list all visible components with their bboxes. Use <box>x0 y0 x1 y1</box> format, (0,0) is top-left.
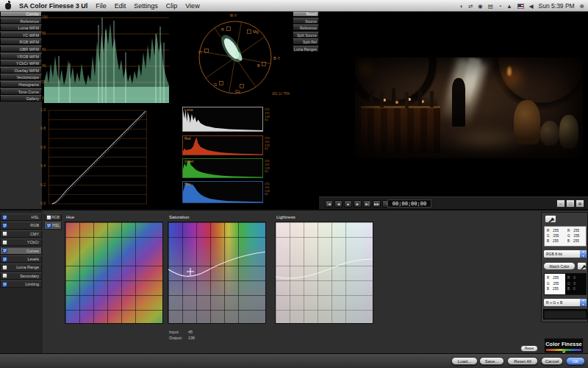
logo-rainbow-strip <box>546 349 581 351</box>
control-row-luma-range[interactable]: Luma Range <box>0 263 42 271</box>
mode-tab-hsl[interactable]: ✓ HSL <box>44 222 62 229</box>
load-button[interactable]: Load... <box>451 357 478 365</box>
sync-menu-icon[interactable]: ⇄ <box>468 3 473 10</box>
output-label: Output: <box>169 336 188 342</box>
reset-button[interactable]: Reset <box>520 345 538 352</box>
menu-settings[interactable]: Settings <box>134 2 158 10</box>
scope-tab-gbr-wfm[interactable]: GBR WFM <box>0 46 42 52</box>
input-language-flag-icon[interactable] <box>517 4 524 9</box>
tone-scale-1: 1.0 <box>35 108 46 112</box>
view-tab-list: Result Source Reference Split Source Spl… <box>293 10 319 53</box>
scope-tab-reference[interactable]: Reference <box>0 18 42 24</box>
control-row-secondary[interactable]: Secondary <box>0 272 42 280</box>
volume-menu-icon[interactable]: ◀ <box>529 3 534 10</box>
go-to-end-button[interactable]: ▶▶ <box>373 200 381 208</box>
scope-tab-gallery[interactable]: Gallery <box>0 95 42 102</box>
step-back-button[interactable]: ◀ <box>334 200 343 208</box>
color-format-select[interactable]: RGB 8-bit ▲▼ <box>543 250 587 258</box>
control-row-limiting[interactable]: ✓ Limiting <box>0 280 42 288</box>
tone-curve-scope <box>49 109 147 205</box>
view-tab-luma-ranges[interactable]: Luma Ranges <box>293 46 319 52</box>
scope-tab-histograms[interactable]: Histograms <box>0 81 42 88</box>
network-menu-icon[interactable]: ◉ <box>478 3 483 10</box>
cancel-button[interactable]: Cancel <box>541 357 563 365</box>
go-to-start-button[interactable]: |◀ <box>325 200 333 208</box>
luma-range-checkbox[interactable] <box>2 265 7 270</box>
color-finesse-window: SA Color Finesse 3 Ul File Edit Settings… <box>0 0 588 368</box>
scope-tab-ycbcr-wfm[interactable]: YCbCr WFM <box>0 60 42 66</box>
tone-scale-02: 0.2 <box>35 183 46 187</box>
menu-view[interactable]: View <box>185 2 199 10</box>
app-menu-title[interactable]: SA Color Finesse 3 Ul <box>19 2 87 10</box>
histogram-blue: Blue <box>182 181 263 203</box>
vectorscope-target-mg: Mg <box>253 29 259 34</box>
control-row-cmy[interactable]: CMY <box>0 230 42 238</box>
view-tab-reference[interactable]: Reference <box>293 24 319 31</box>
waveform-scale-80: 80 <box>42 32 51 35</box>
scope-tab-overlay-wfm[interactable]: Overlay WFM <box>0 67 42 74</box>
scope-tab-tone-curve[interactable]: Tone Curve <box>0 88 42 95</box>
zoom-out-button[interactable]: − <box>556 199 565 208</box>
color-swatches: R255 G255 B255 R0 G0 B0 <box>544 273 587 295</box>
saturation-curve-editor[interactable] <box>168 222 266 324</box>
mode-rgb-checkbox[interactable] <box>46 215 51 220</box>
control-row-curves[interactable]: ✓ Curves <box>0 247 42 255</box>
hsl-checkbox[interactable]: ✓ <box>2 215 7 220</box>
vectorscope-target-yl: Yl <box>198 50 201 54</box>
fit-view-button[interactable]: □ <box>566 199 575 208</box>
menu-file[interactable]: File <box>96 2 107 10</box>
stop-button[interactable]: ■ <box>344 200 352 208</box>
ycbcr-checkbox[interactable] <box>2 240 7 245</box>
control-row-ycbcr[interactable]: YCbCr <box>0 238 42 246</box>
play-button[interactable]: ▶ <box>354 200 362 208</box>
control-row-levels[interactable]: ✓ Levels <box>0 255 42 263</box>
secondary-checkbox[interactable] <box>2 273 7 278</box>
audio-menu-icon[interactable]: ◖ <box>459 3 463 10</box>
save-button[interactable]: Save... <box>479 357 504 365</box>
black-swatch[interactable]: R0 G0 B0 <box>565 274 586 294</box>
match-eyedropper-button[interactable] <box>577 262 587 270</box>
scope-tab-rgb-wfm[interactable]: RGB WFM <box>0 38 42 45</box>
white-swatch[interactable]: R255 G255 B255 <box>545 274 565 294</box>
mode-hsl-checkbox[interactable]: ✓ <box>46 223 51 228</box>
curves-checkbox[interactable]: ✓ <box>2 248 7 253</box>
preview-image <box>355 57 583 158</box>
menu-clip[interactable]: Clip <box>166 2 178 10</box>
vectorscope-axis-top: R-Y <box>230 13 237 18</box>
menu-edit[interactable]: Edit <box>115 2 126 10</box>
ok-button[interactable]: OK <box>566 357 585 365</box>
spotlight-icon[interactable]: ⊕ <box>580 3 584 10</box>
menu-clock[interactable]: Sun 5:39 PM <box>539 2 575 10</box>
rgb-checkbox[interactable]: ✓ <box>2 223 7 228</box>
hue-grid-title: Hue <box>66 215 74 219</box>
levels-checkbox[interactable]: ✓ <box>2 257 7 262</box>
reset-all-button[interactable]: Reset All <box>507 357 538 365</box>
histogram-luma-label: Luma <box>184 108 193 112</box>
zoom-in-button[interactable]: ⊕ <box>576 199 584 208</box>
view-tab-source[interactable]: Source <box>293 18 319 24</box>
limiting-checkbox[interactable]: ✓ <box>2 282 7 287</box>
scope-tab-yc-wfm[interactable]: YC WFM <box>0 32 42 38</box>
control-row-rgb[interactable]: ✓ RGB <box>0 222 42 229</box>
display-menu-icon[interactable]: ▤ <box>488 3 493 10</box>
view-tab-split-source[interactable]: Split Source <box>293 32 319 38</box>
cmy-checkbox[interactable] <box>2 231 7 236</box>
scope-tab-vectorscope[interactable]: Vectorscope <box>0 74 42 80</box>
step-forward-button[interactable]: ▶| <box>363 200 371 208</box>
histogram-blue-label: Blue <box>184 183 191 186</box>
hue-curve-editor[interactable] <box>65 222 163 324</box>
eyedropper-button[interactable] <box>545 215 556 223</box>
time-machine-menu-icon[interactable]: ◔ <box>498 3 502 10</box>
mode-tab-rgb[interactable]: RGB <box>44 213 62 221</box>
lightness-curve-editor[interactable] <box>275 222 373 324</box>
apple-menu-icon[interactable] <box>5 3 11 10</box>
channel-mode-select[interactable]: R + G + B ▲▼ <box>543 298 587 307</box>
color-panel-subarea <box>543 309 587 319</box>
match-color-button[interactable]: Match Color <box>543 262 576 270</box>
scope-tab-yrgb-wfm[interactable]: YRGB WFM <box>0 53 42 60</box>
control-row-hsl[interactable]: ✓ HSL <box>0 213 42 221</box>
view-tab-split-ref[interactable]: Split Ref <box>293 38 319 45</box>
timecode-field[interactable]: 00;00;00;00 <box>387 199 431 208</box>
scope-tab-luma-wfm[interactable]: Luma WFM <box>0 24 42 31</box>
eject-menu-icon[interactable]: ▲ <box>506 3 512 10</box>
